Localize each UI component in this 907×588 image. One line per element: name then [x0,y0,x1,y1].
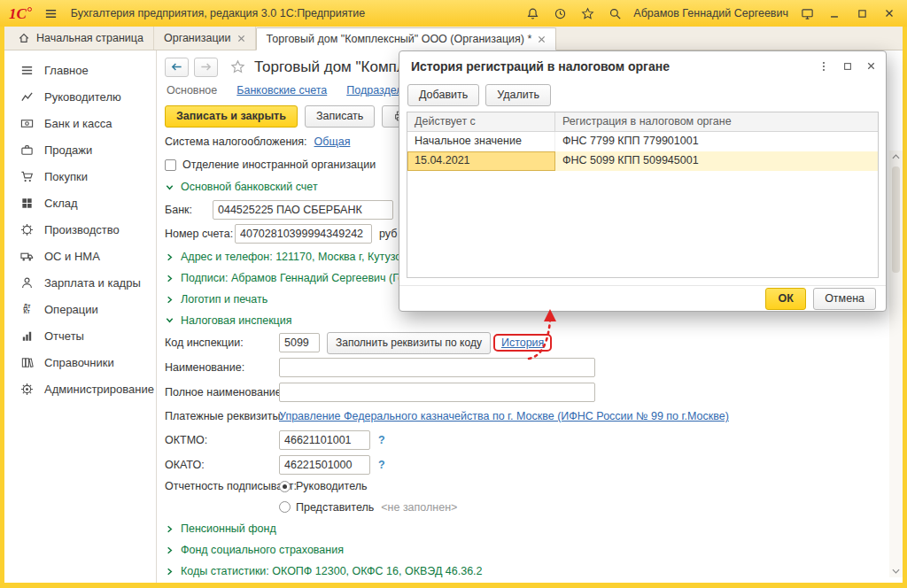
scroll-up-icon[interactable] [892,151,900,163]
foreign-branch-label: Отделение иностранной организации [182,159,376,171]
vertical-scrollbar[interactable] [889,151,903,577]
tab-close-icon[interactable] [237,35,245,43]
scroll-down-icon[interactable] [892,565,900,577]
sidebar-item-spravochniki[interactable]: Справочники [4,349,156,375]
account-number-input[interactable] [235,224,372,244]
titlebar: 1С Бухгалтерия предприятия, редакция 3.0… [0,0,907,27]
cancel-button[interactable]: Отмена [813,288,876,310]
add-button[interactable]: Добавить [407,84,479,106]
tab-bar: Начальная страница Организации Торговый … [4,27,903,50]
chevron-right-icon [165,295,174,305]
full-name-input[interactable] [279,383,595,402]
cell-date[interactable]: Начальное значение [407,132,555,151]
column-header-registration[interactable]: Регистрация в налоговом органе [555,112,878,131]
nav-osnovnoe[interactable]: Основное [167,84,217,97]
sidebar-item-os-nma[interactable]: ОС и НМА [4,243,156,269]
sidebar-item-pokupki[interactable]: Покупки [4,163,156,190]
payment-details-link[interactable]: Управление Федерального казначейства по … [279,410,729,422]
dialog-footer: ОК Отмена [399,285,886,311]
more-icon[interactable] [818,60,830,73]
tab-home[interactable]: Начальная страница [8,27,154,50]
boxes-grid-icon [19,197,35,210]
name-input[interactable] [279,358,595,377]
sidebar-item-glavnoe[interactable]: Главное [4,57,156,83]
sidebar-item-proizvodstvo[interactable]: Производство [4,216,156,243]
minimize-icon[interactable] [826,4,843,22]
notifications-bell-icon[interactable] [523,4,541,22]
fill-by-code-button[interactable]: Заполнить реквизиты по коду [327,332,491,354]
section-pension-fund[interactable]: Пенсионный фонд [165,518,903,539]
forward-button[interactable] [194,58,218,77]
save-button[interactable]: Записать [305,105,375,128]
section-statistics[interactable]: Коды статистики: ОКОПФ 12300, ОКФС 16, О… [165,561,903,582]
help-icon[interactable]: ? [378,434,385,446]
cart-icon [19,170,35,183]
home-icon [18,32,30,44]
menu-lines-icon [19,64,35,77]
scrollbar-thumb[interactable] [892,166,900,273]
history-link[interactable]: История [501,337,544,349]
maximize-icon[interactable] [842,61,853,72]
factory-gear-icon [19,223,35,236]
sidebar-item-bank-kassa[interactable]: Банк и касса [4,110,156,136]
inspection-code-label: Код инспекции: [165,337,272,349]
tax-system-link[interactable]: Общая [314,135,351,148]
okato-input[interactable] [279,455,370,475]
history-icon[interactable] [551,4,569,22]
sidebar: Главное Руководителю Банк и касса Продаж… [4,50,157,583]
table-row[interactable]: Начальное значение ФНС 7799 КПП 77990100… [407,132,878,151]
tax-system-label: Система налогообложения: [165,135,307,148]
sidebar-item-sklad[interactable]: Склад [4,190,156,216]
ok-button[interactable]: ОК [765,288,806,310]
sidebar-item-operacii[interactable]: ДтКт Операции [4,296,156,322]
oktmo-input[interactable] [279,430,370,450]
bank-input[interactable] [213,200,393,220]
search-icon[interactable] [606,4,624,22]
delete-button[interactable]: Удалить [485,84,551,106]
column-header-date[interactable]: Действует с [407,112,555,131]
dialog-toolbar: Добавить Удалить [399,81,886,109]
nav-bank-accounts[interactable]: Банковские счета [236,84,327,97]
app-title: Бухгалтерия предприятия, редакция 3.0 1С… [71,7,513,19]
registrations-table: Действует с Регистрация в налоговом орга… [407,112,879,278]
sidebar-item-otchety[interactable]: Отчеты [4,322,156,349]
signer-rep-radio[interactable] [279,501,291,513]
chevron-right-icon [165,274,174,283]
close-icon[interactable] [865,60,877,72]
row-oktmo: ОКТМО: ? [165,428,903,453]
sidebar-item-zarplata-kadry[interactable]: Зарплата и кадры [4,269,156,296]
favorites-star-icon[interactable] [578,4,596,22]
tab-close-icon[interactable] [538,35,546,43]
row-signer-representative: Представитель <не заполнен> [165,496,903,518]
sidebar-item-administrirovanie[interactable]: Администрирование [4,375,156,402]
maximize-icon[interactable] [853,4,871,22]
history-link-highlight: История [493,334,552,352]
back-button[interactable] [165,58,189,77]
help-icon[interactable]: ? [378,459,385,471]
close-icon[interactable] [880,4,898,22]
tab-organizations[interactable]: Организации [154,27,256,50]
dialog-title: История регистраций в налоговом органе [411,59,818,74]
inspection-code-input[interactable] [279,333,320,352]
sidebar-item-rukovoditelyu[interactable]: Руководителю [4,83,156,110]
sidebar-item-prodazhi[interactable]: Продажи [4,136,156,163]
section-social-fund[interactable]: Фонд социального страхования [165,539,903,561]
section-tax-inspection[interactable]: Налоговая инспекция [165,310,903,330]
tab-organization-form[interactable]: Торговый дом "Комплексный" ООО (Организа… [256,27,557,50]
oktmo-label: ОКТМО: [165,434,272,446]
signer-head-radio[interactable] [279,481,291,492]
main-menu-icon[interactable] [43,4,60,22]
table-row-selected[interactable]: 15.04.2021 ФНС 5099 КПП 509945001 [407,151,878,171]
row-name: Наименование: [165,355,903,380]
current-user[interactable]: Абрамов Геннадий Сергеевич [633,7,788,19]
cell-registration[interactable]: ФНС 7799 КПП 779901001 [555,132,878,151]
save-and-close-button[interactable]: Записать и закрыть [165,105,298,128]
row-inspection-code: Код инспекции: Заполнить реквизиты по ко… [165,330,903,355]
cell-registration[interactable]: ФНС 5099 КПП 509945001 [555,151,878,171]
foreign-branch-checkbox[interactable] [165,159,176,171]
cell-date[interactable]: 15.04.2021 [407,151,555,171]
truck-icon [19,250,35,263]
chevron-right-icon [165,252,174,262]
service-menu-icon[interactable] [798,4,816,22]
favorite-star-icon[interactable] [230,59,245,74]
